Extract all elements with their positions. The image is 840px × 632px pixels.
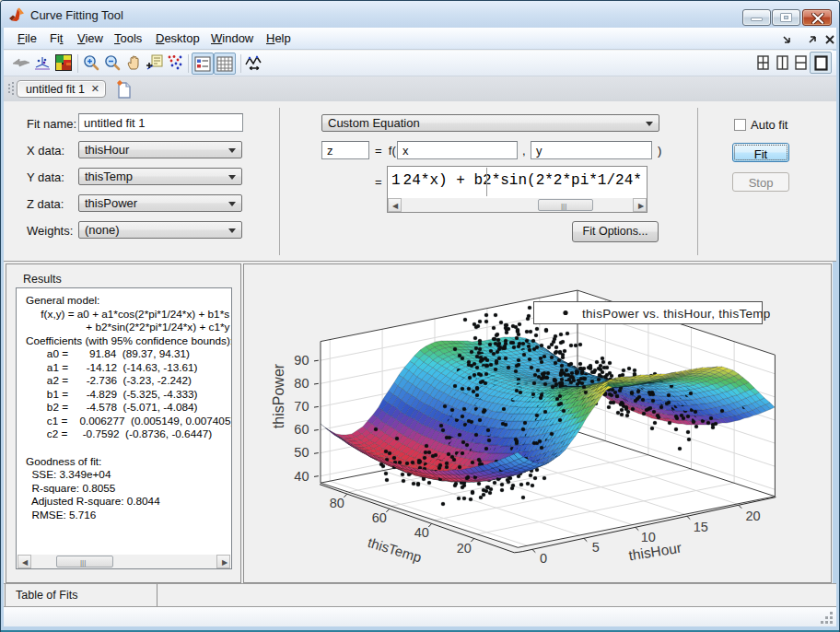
- svg-text:70: 70: [294, 399, 309, 414]
- svg-text:60: 60: [372, 510, 387, 525]
- svg-text:0: 0: [540, 551, 547, 566]
- svg-text:thisHour: thisHour: [627, 540, 682, 564]
- svg-text:40: 40: [414, 525, 429, 540]
- svg-text:10: 10: [641, 530, 656, 544]
- svg-text:20: 20: [746, 509, 761, 523]
- svg-text:thisPower: thisPower: [271, 363, 286, 428]
- svg-text:60: 60: [294, 422, 309, 437]
- svg-text:5: 5: [592, 540, 600, 555]
- svg-text:90: 90: [294, 353, 309, 368]
- svg-text:80: 80: [294, 376, 309, 391]
- svg-text:50: 50: [294, 445, 309, 460]
- svg-text:80: 80: [330, 496, 344, 510]
- svg-text:15: 15: [694, 520, 708, 534]
- svg-text:20: 20: [457, 541, 472, 556]
- svg-text:40: 40: [294, 469, 309, 484]
- svg-text:thisPower vs. thisHour, thisTe: thisPower vs. thisHour, thisTemp: [582, 307, 771, 321]
